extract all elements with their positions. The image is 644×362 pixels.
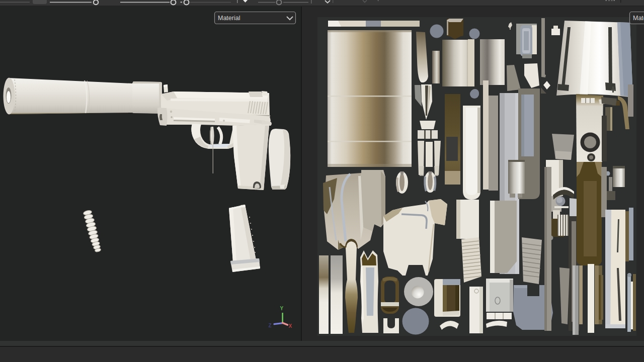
svg-text:X: X — [289, 323, 292, 329]
svg-text:Material: Material — [633, 15, 644, 22]
svg-text:Z: Z — [269, 323, 272, 328]
svg-text:Y: Y — [280, 306, 284, 311]
svg-text:Material: Material — [218, 15, 240, 22]
